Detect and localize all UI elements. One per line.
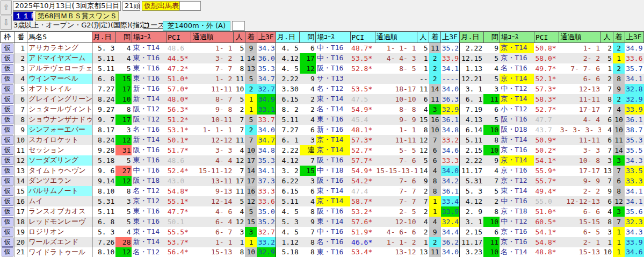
race3-last-3f: 34.1	[625, 74, 643, 84]
waku-kari-box[interactable]: 仮	[2, 197, 13, 206]
race2-popularity: 12	[417, 145, 429, 155]
race3-weeks-gap: 10	[483, 247, 500, 257]
waku-kari-box[interactable]: 仮	[2, 115, 13, 124]
race3-pass-order: 9- 9	[559, 176, 601, 186]
race1-last-3f: 34.1	[257, 166, 276, 176]
race1-date: 9. 6	[92, 166, 115, 176]
waku-kari-box[interactable]: 仮	[2, 146, 13, 155]
race2-finish-position: 8	[429, 186, 441, 196]
race1-pci: 53.1*	[167, 125, 191, 135]
race1-pass-order: 1- 1- 1	[191, 125, 233, 135]
race1-last-3f: 33.6	[257, 196, 276, 206]
waku-kari-box[interactable]: 仮	[2, 64, 13, 73]
race3-course: 京・T14	[500, 94, 534, 104]
race3-popularity: 1	[601, 63, 613, 74]
race3-last-3f: 33.5	[625, 166, 643, 176]
race2-course: 阪・T16	[316, 63, 350, 74]
race3-last-3f: 33.6	[625, 53, 643, 63]
waku-kari-box[interactable]: 仮	[2, 187, 13, 196]
race3-pci: 58.0*	[534, 53, 559, 63]
race2-pci: 53.5*	[350, 53, 375, 63]
horse-number: 15	[15, 186, 27, 196]
waku-cell: 仮	[1, 63, 15, 74]
waku-kari-box[interactable]: 仮	[2, 74, 13, 83]
race1-popularity: 1	[233, 237, 245, 247]
header-input-1[interactable]	[179, 1, 201, 11]
race2-pass-order: 4- 6- 6	[375, 227, 417, 237]
waku-kari-box[interactable]: 仮	[2, 84, 13, 94]
race2-last-3f: 36.2	[441, 237, 460, 247]
waku-kari-box[interactable]: 仮	[2, 247, 13, 256]
race1-popularity: 8	[233, 247, 245, 257]
waku-kari-box[interactable]: 仮	[2, 207, 13, 216]
race1-pci: 48.6	[167, 43, 191, 53]
col-header-pci-3: PCI	[534, 32, 559, 43]
waku-kari-box[interactable]: 仮	[2, 125, 13, 134]
race3-course: 京・T16	[500, 166, 534, 176]
race3-course: 小・T12	[500, 104, 534, 115]
race1-popularity: 1	[233, 53, 245, 63]
race3-finish-position: 11	[613, 135, 625, 145]
race3-weeks-gap: 10	[483, 145, 500, 155]
waku-cell: 仮	[1, 155, 15, 166]
race1-weeks-gap: 10	[115, 94, 132, 104]
header-input-2[interactable]	[232, 21, 245, 31]
race2-weeks-gap: 9	[300, 217, 316, 227]
waku-kari-box[interactable]: 仮	[2, 217, 13, 226]
horse-row-1: 仮1アサカラキング5. 3 4東・T1448.61- 15934.34. 5 6…	[1, 43, 644, 53]
race3-finish-position: 7	[613, 217, 625, 227]
race1-weeks-gap: 27	[115, 166, 132, 176]
race2-pass-order: 7- 6	[375, 176, 417, 186]
race2-last-3f: 36.1	[441, 186, 460, 196]
waku-kari-box[interactable]: 仮	[2, 227, 13, 237]
horse-number: 1	[15, 43, 27, 53]
race3-popularity: 7	[601, 145, 613, 155]
race3-pci: 50.8*	[534, 43, 559, 53]
race2-pci: 53.2*	[350, 206, 375, 217]
waku-kari-box[interactable]: 仮	[2, 166, 13, 175]
race3-pass-order: 4- 4	[559, 115, 601, 125]
race1-finish-position: 14	[245, 53, 257, 63]
waku-kari-box[interactable]: 仮	[2, 54, 13, 63]
race1-weeks-gap: 8	[115, 104, 132, 115]
waku-cell: 仮	[1, 94, 15, 104]
scroll-up-button[interactable]: ⇧	[1, 1, 12, 15]
horse-name: スカイロケット	[27, 135, 92, 145]
race2-popularity: 2	[417, 186, 429, 196]
race3-date: 3. 1	[460, 84, 483, 94]
col-header-last3f-2: 上3F	[441, 32, 460, 43]
waku-kari-box[interactable]: 仮	[2, 176, 13, 185]
waku-cell: 仮	[1, 74, 15, 84]
race3-date: 12.21	[460, 74, 483, 84]
race1-pass-order: 1- 1	[191, 43, 233, 53]
waku-kari-box[interactable]: 仮	[2, 44, 13, 53]
horse-number: 12	[15, 155, 27, 166]
waku-cell: 仮	[1, 196, 15, 206]
horse-number: 6	[15, 94, 27, 104]
waku-kari-box[interactable]: 仮	[2, 135, 13, 145]
race2-weeks-gap: 12	[300, 63, 316, 74]
race2-finish-position: 7	[429, 135, 441, 145]
race3-popularity: 6	[601, 196, 613, 206]
race3-popularity: 4	[601, 125, 613, 135]
race3-course: 阪・T16	[500, 115, 534, 125]
race1-last-3f: 33.3	[257, 186, 276, 196]
race3-pci: 50.9*	[534, 135, 559, 145]
waku-kari-box[interactable]: 仮	[2, 105, 13, 114]
race3-finish-position: 1	[613, 237, 625, 247]
waku-kari-box[interactable]: 仮	[2, 156, 13, 165]
race2-weeks-gap: 4	[300, 84, 316, 94]
race2-finish-position: 11	[429, 43, 441, 53]
col-header-pci-2: PCI	[350, 32, 375, 43]
race2-date: 6.15	[276, 186, 300, 196]
race2-course: 阪・T16	[316, 155, 350, 166]
race1-finish-position: 5	[245, 115, 257, 125]
waku-kari-box[interactable]: 仮	[2, 95, 13, 104]
waku-kari-box[interactable]: 仮	[2, 238, 13, 247]
race2-popularity: 8	[417, 125, 429, 135]
col-header-gap-2: 間	[300, 32, 316, 43]
race3-date: 4.12	[460, 196, 483, 206]
horse-number: 17	[15, 206, 27, 217]
past-performance-table: 枠番馬名S月.日間場ｺｰｽPCI通過順人着上3F月.日間場ｺｰｽPCI通過順人着…	[0, 31, 644, 257]
scroll-down-button[interactable]: ⇩	[1, 16, 12, 30]
